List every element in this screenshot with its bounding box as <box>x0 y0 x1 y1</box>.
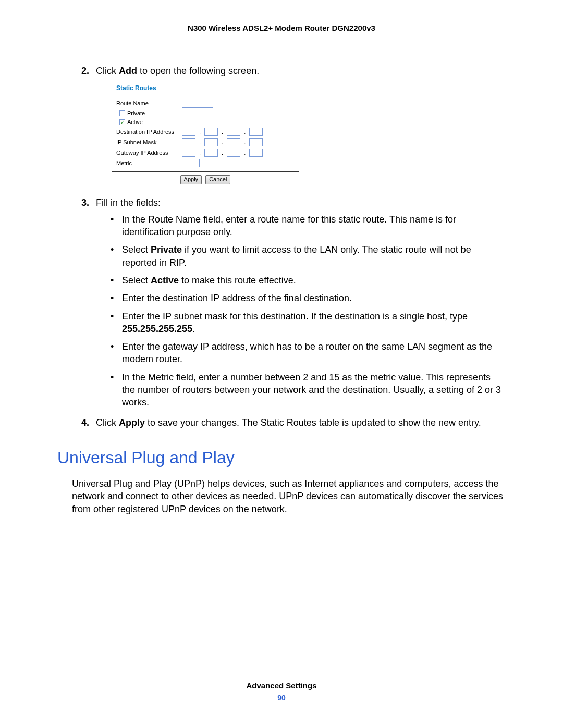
step-3: 3. Fill in the fields: In the Route Name… <box>81 196 506 409</box>
label-metric: Metric <box>116 160 179 167</box>
bullet-route-name: In the Route Name field, enter a route n… <box>111 213 506 239</box>
gateway-oct-1[interactable] <box>182 149 195 157</box>
gateway-oct-3[interactable] <box>227 149 240 157</box>
gateway-oct-4[interactable] <box>249 149 263 157</box>
page-footer: Advanced Settings 90 <box>0 673 563 703</box>
label-private: Private <box>127 110 145 117</box>
label-gateway: Gateway IP Address <box>116 150 179 156</box>
label-route-name: Route Name <box>116 100 179 107</box>
footer-divider <box>57 673 506 673</box>
step-3-num: 3. <box>81 196 89 209</box>
step-2-text: Click Add to open the following screen. <box>96 66 259 76</box>
dest-ip-oct-3[interactable] <box>227 128 240 136</box>
label-dest-ip: Destination IP Address <box>116 129 179 135</box>
step-4: 4. Click Apply to save your changes. The… <box>81 416 506 429</box>
input-metric[interactable] <box>182 159 200 167</box>
dest-ip-oct-4[interactable] <box>249 128 263 136</box>
step-2-num: 2. <box>81 65 89 77</box>
subnet-oct-3[interactable] <box>227 138 240 146</box>
checkbox-active[interactable]: ✓ <box>119 119 125 125</box>
doc-header: N300 Wireless ADSL2+ Modem Router DGN220… <box>57 23 506 33</box>
subnet-oct-1[interactable] <box>182 138 195 146</box>
dest-ip-oct-1[interactable] <box>182 128 195 136</box>
footer-section: Advanced Settings <box>0 681 563 691</box>
panel-divider <box>116 95 295 95</box>
bullet-active: Select Active to make this route effecti… <box>111 274 506 287</box>
checkbox-private[interactable] <box>119 110 125 116</box>
section-heading-upnp: Universal Plug and Play <box>57 447 506 469</box>
cancel-button[interactable]: Cancel <box>205 175 230 184</box>
static-routes-panel: Static Routes Route Name Private ✓ Activ… <box>112 81 299 188</box>
bullet-subnet: Enter the IP subnet mask for this destin… <box>111 310 506 336</box>
step-3-text: Fill in the fields: <box>96 198 161 208</box>
input-route-name[interactable] <box>182 100 213 108</box>
subnet-oct-2[interactable] <box>204 138 218 146</box>
panel-title: Static Routes <box>112 81 299 94</box>
bullet-gateway: Enter the gateway IP address, which has … <box>111 340 506 366</box>
bullet-private: Select Private if you want to limit acce… <box>111 243 506 269</box>
label-subnet: IP Subnet Mask <box>116 139 179 146</box>
bullet-dest-ip: Enter the destination IP address of the … <box>111 292 506 304</box>
apply-button[interactable]: Apply <box>180 175 202 184</box>
step-4-text: Click Apply to save your changes. The St… <box>96 417 481 428</box>
dest-ip-oct-2[interactable] <box>204 128 218 136</box>
subnet-oct-4[interactable] <box>249 138 263 146</box>
bullet-metric: In the Metric field, enter a number betw… <box>111 371 506 409</box>
gateway-oct-2[interactable] <box>204 149 218 157</box>
label-active: Active <box>127 119 143 126</box>
step-2: 2. Click Add to open the following scree… <box>81 65 506 188</box>
step-4-num: 4. <box>81 416 89 429</box>
section-body-upnp: Universal Plug and Play (UPnP) helps dev… <box>72 477 506 515</box>
footer-page-number: 90 <box>0 693 563 703</box>
